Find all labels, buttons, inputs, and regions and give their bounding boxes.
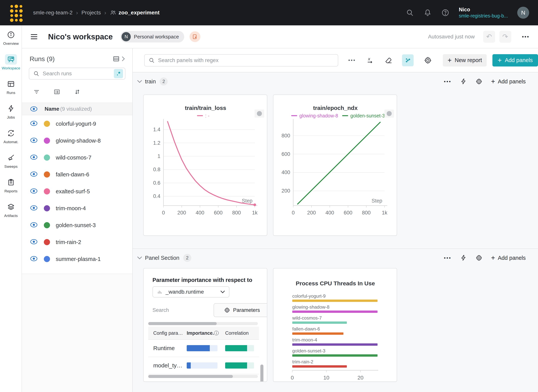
section-add-panels-button[interactable]: +Add panels	[491, 254, 526, 262]
run-row[interactable]: colorful-yogurt-9	[22, 115, 132, 132]
svg-text:1.4: 1.4	[153, 127, 160, 132]
filter-icon[interactable]	[33, 89, 40, 95]
group-list-icon[interactable]	[53, 89, 61, 95]
parameters-toggle-button[interactable]: Parameters	[214, 303, 267, 317]
section-menu-button[interactable]: •••	[444, 79, 452, 84]
sidebar-item-automat[interactable]: Automat.	[0, 124, 22, 148]
runs-list: colorful-yogurt-9glowing-shadow-8wild-co…	[22, 115, 132, 267]
help-icon[interactable]	[441, 9, 449, 17]
eraser-icon[interactable]	[384, 56, 393, 65]
sidebar-item-runs[interactable]: Runs	[0, 75, 22, 99]
user-avatar[interactable]: N	[517, 7, 529, 19]
svg-text:400: 400	[196, 210, 204, 216]
section-name[interactable]: train	[145, 78, 156, 85]
visibility-eye-icon[interactable]	[30, 138, 38, 144]
param-table-row[interactable]: Runtime	[148, 340, 259, 357]
run-color-dot	[44, 188, 50, 195]
svg-text:600: 600	[282, 151, 290, 157]
scatter-mode-button[interactable]	[402, 54, 414, 66]
search-icon[interactable]	[406, 9, 414, 17]
panel-run-indicator[interactable]	[255, 110, 264, 118]
visibility-eye-icon[interactable]	[30, 188, 38, 195]
svg-text:0: 0	[162, 210, 165, 216]
section-settings-gear-icon[interactable]	[475, 78, 483, 85]
team-icon	[110, 9, 116, 16]
chevron-down-icon[interactable]	[137, 79, 142, 83]
run-row[interactable]: trim-moon-4	[22, 200, 132, 217]
visibility-eye-icon[interactable]	[30, 106, 38, 112]
run-row[interactable]: glowing-shadow-8	[22, 132, 132, 149]
param-search-placeholder[interactable]: Search	[152, 307, 169, 313]
visibility-eye-icon[interactable]	[30, 205, 38, 211]
table-vertical-scrollbar[interactable]	[260, 364, 264, 382]
visibility-eye-icon[interactable]	[30, 256, 38, 262]
reset-workspace-icon[interactable]	[190, 31, 200, 42]
chevron-down-icon[interactable]	[137, 256, 142, 260]
panels-menu-button[interactable]: •••	[348, 57, 356, 63]
collapse-sidebar-icon[interactable]	[31, 34, 37, 39]
quick-add-zap-icon[interactable]	[460, 78, 467, 85]
svg-text:400: 400	[325, 210, 334, 216]
wandb-logo[interactable]	[10, 5, 22, 21]
run-row[interactable]: golden-sunset-3	[22, 217, 132, 234]
sidebar-item-overview[interactable]: Overview	[0, 25, 22, 50]
visibility-eye-icon[interactable]	[30, 171, 38, 177]
breadcrumb-team[interactable]: smle-reg-team-2	[33, 9, 72, 16]
section-name[interactable]: Panel Section	[145, 255, 179, 261]
table-horizontal-scrollbar[interactable]	[148, 322, 258, 325]
metric-select-dropdown[interactable]: _wandb.runtime	[152, 286, 229, 298]
run-row[interactable]: wild-cosmos-7	[22, 149, 132, 166]
breadcrumb-project[interactable]: zoo_experiment	[110, 9, 160, 16]
run-row[interactable]: summer-plasma-1	[22, 251, 132, 267]
panels-toolbar: ••• x +New report +Add panels	[133, 48, 538, 72]
svg-text:trim-moon-4: trim-moon-4	[292, 337, 317, 342]
user-menu[interactable]: Nico smle-registries-bug-b...	[459, 7, 508, 19]
run-row[interactable]: trim-rain-2	[22, 234, 132, 251]
settings-gear-icon[interactable]	[424, 56, 432, 65]
correlation-bar	[225, 362, 254, 369]
add-panels-button[interactable]: +Add panels	[492, 54, 538, 66]
workspace-badge[interactable]: N Personal workspace	[120, 31, 184, 42]
run-row[interactable]: exalted-surf-5	[22, 183, 132, 200]
workspace-menu-button[interactable]: •••	[522, 34, 529, 40]
notifications-bell-icon[interactable]	[423, 9, 432, 17]
visibility-eye-icon[interactable]	[30, 222, 38, 228]
sidebar-item-jobs[interactable]: Jobs	[0, 99, 22, 124]
quick-add-zap-icon[interactable]	[460, 254, 467, 261]
panel-train-loss[interactable]: train/train_loss: -0.40.60.811.21.402004…	[143, 94, 267, 236]
regex-toggle-button[interactable]: .*	[114, 69, 123, 78]
runs-panel: Runs (9) .*	[22, 48, 132, 274]
new-report-button[interactable]: +New report	[443, 54, 487, 66]
section-add-panels-button[interactable]: +Add panels	[491, 77, 526, 85]
breadcrumb-projects[interactable]: Projects	[81, 9, 101, 16]
visibility-eye-icon[interactable]	[30, 154, 38, 161]
panel-parameter-importance[interactable]: Parameter importance with respect to _wa…	[143, 268, 267, 382]
sidebar-item-label: Runs	[7, 91, 15, 95]
undo-button[interactable]: ↶	[483, 31, 495, 43]
x-axis-settings-icon[interactable]: x	[366, 56, 374, 65]
sidebar-item-reports[interactable]: Reports	[0, 173, 22, 197]
expand-runs-table-button[interactable]	[112, 55, 125, 63]
panel-horizontal-scrollbar[interactable]	[148, 375, 258, 378]
sort-icon[interactable]	[73, 88, 81, 96]
runs-search-input[interactable]	[43, 70, 114, 77]
param-table-row[interactable]: model_ty…	[148, 357, 259, 374]
run-color-dot	[44, 205, 50, 211]
svg-text:1: 1	[157, 153, 160, 159]
sidebar-item-workspace[interactable]: Workspace	[0, 50, 22, 75]
section-settings-gear-icon[interactable]	[475, 254, 483, 261]
panel-cpu-threads[interactable]: Process CPU Threads In Usecolorful-yogur…	[273, 268, 397, 382]
runs-panel-title: Runs (9)	[30, 55, 55, 63]
redo-button[interactable]: ↷	[499, 31, 511, 43]
run-name: trim-rain-2	[56, 239, 81, 245]
section-menu-button[interactable]: •••	[444, 255, 452, 261]
panel-run-indicator[interactable]	[384, 110, 394, 118]
panel-search-input[interactable]	[158, 57, 338, 63]
user-org-link[interactable]: smle-registries-bug-b...	[459, 13, 508, 19]
panel-epoch-ndx[interactable]: train/epoch_ndxglowing-shadow-8golden-su…	[273, 94, 397, 236]
run-row[interactable]: fallen-dawn-6	[22, 166, 132, 183]
visibility-eye-icon[interactable]	[30, 239, 38, 245]
sidebar-item-artifacts[interactable]: Artifacts	[0, 197, 22, 222]
visibility-eye-icon[interactable]	[30, 121, 38, 127]
sidebar-item-sweeps[interactable]: Sweeps	[0, 148, 22, 173]
